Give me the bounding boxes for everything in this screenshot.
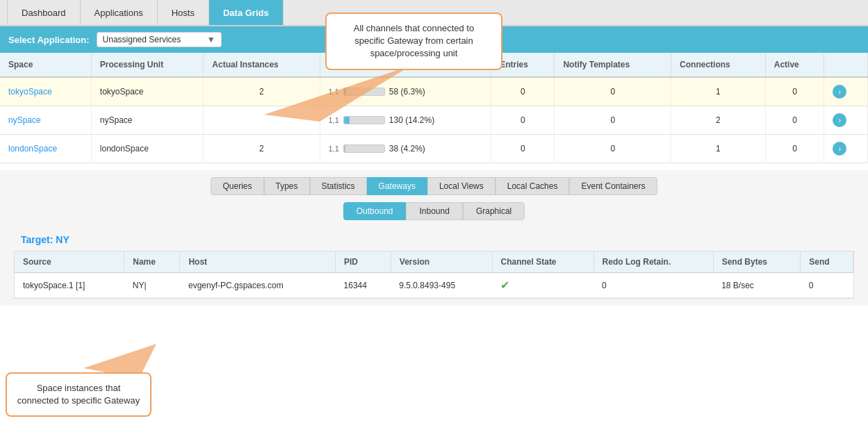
- tab-gateways[interactable]: Gateways: [367, 177, 427, 195]
- page-wrapper: Dashboard Applications Hosts Data Grids …: [0, 0, 868, 439]
- cell-entries: 0: [491, 77, 555, 106]
- cell-processing-unit: tokyoSpace: [91, 77, 204, 106]
- cell-actual-instances: [204, 106, 320, 135]
- gateway-header-row: Source Name Host PID Version Channel Sta…: [15, 251, 853, 273]
- table-row: tokyoSpace tokyoSpace 2 1,1 58 (6.3%) 0: [0, 77, 868, 106]
- cell-total-memory: 1,1 130 (14.2%): [320, 106, 491, 135]
- gcell-pid: 16344: [336, 273, 391, 298]
- gcol-name: Name: [124, 251, 180, 273]
- gcol-redo-log: Redo Log Retain.: [593, 251, 713, 273]
- gcell-host: evgenyf-PC.gspaces.com: [180, 273, 336, 298]
- target-heading: Target: NY: [0, 231, 868, 251]
- cell-notify-templates: 0: [555, 135, 671, 163]
- tab-types[interactable]: Types: [264, 177, 310, 195]
- bottom-callout: Space instances that connected to specif…: [6, 372, 152, 417]
- table-row: londonSpace londonSpace 2 1,1 38 (4.2%) …: [0, 135, 868, 163]
- gcol-version: Version: [391, 251, 492, 273]
- nav-applications[interactable]: Applications: [81, 0, 158, 25]
- nav-hosts[interactable]: Hosts: [158, 0, 209, 25]
- tab-local-views[interactable]: Local Views: [427, 177, 496, 195]
- cell-notify-templates: 0: [555, 106, 671, 135]
- col-action: [824, 53, 868, 77]
- gcell-name: NY|: [124, 273, 180, 298]
- gcell-channel-state: ✔: [492, 273, 593, 298]
- tab-local-caches[interactable]: Local Caches: [496, 177, 570, 195]
- gcol-pid: PID: [336, 251, 391, 273]
- subtab-inbound[interactable]: Inbound: [406, 202, 462, 220]
- gcol-send-bytes: Send Bytes: [713, 251, 801, 273]
- gcell-send: 0: [801, 273, 853, 298]
- cell-active: 0: [765, 77, 824, 106]
- tab-statistics[interactable]: Statistics: [310, 177, 367, 195]
- col-notify-templates: Notify Templates: [555, 53, 671, 77]
- cell-processing-unit: londonSpace: [91, 135, 204, 163]
- gateway-table-wrapper: Source Name Host PID Version Channel Sta…: [14, 251, 854, 299]
- nav-dashboard[interactable]: Dashboard: [7, 0, 81, 25]
- gcell-send-bytes: 18 B/sec: [713, 273, 801, 298]
- tab-bar: Queries Types Statistics Gateways Local …: [0, 177, 868, 195]
- gateway-table-row: tokyoSpace.1 [1] NY| evgenyf-PC.gspaces.…: [15, 273, 853, 298]
- cell-actual-instances: 2: [204, 77, 320, 106]
- tab-queries[interactable]: Queries: [211, 177, 263, 195]
- top-callout: All channels that connected to specific …: [325, 13, 502, 70]
- cell-chevron[interactable]: ›: [824, 77, 868, 106]
- gcell-source: tokyoSpace.1 [1]: [15, 273, 124, 298]
- gateway-table: Source Name Host PID Version Channel Sta…: [15, 251, 853, 298]
- cell-active: 0: [765, 106, 824, 135]
- cell-entries: 0: [491, 106, 555, 135]
- subtab-outbound[interactable]: Outbound: [343, 202, 407, 220]
- cell-total-memory: 1,1 58 (6.3%): [320, 77, 491, 106]
- bottom-callout-text: Space instances that connected to specif…: [17, 383, 140, 406]
- cell-connections: 1: [671, 77, 766, 106]
- bottom-section: Queries Types Statistics Gateways Local …: [0, 170, 868, 306]
- select-app-dropdown[interactable]: Unassigned Services ▼: [97, 32, 222, 47]
- select-app-value: Unassigned Services: [103, 35, 181, 44]
- cell-processing-unit: nySpace: [91, 106, 204, 135]
- cell-connections: 2: [671, 106, 766, 135]
- tab-event-containers[interactable]: Event Containers: [569, 177, 657, 195]
- cell-space: nySpace: [0, 106, 91, 135]
- nav-datagrids[interactable]: Data Grids: [209, 0, 284, 25]
- col-connections: Connections: [671, 53, 766, 77]
- gcell-redo-log: 0: [593, 273, 713, 298]
- cell-chevron[interactable]: ›: [824, 106, 868, 135]
- gcol-send: Send: [801, 251, 853, 273]
- gcol-host: Host: [180, 251, 336, 273]
- gcol-channel-state: Channel State: [492, 251, 593, 273]
- gcell-version: 9.5.0.8493-495: [391, 273, 492, 298]
- sub-tab-bar: Outbound Inbound Graphical: [0, 202, 868, 220]
- table-row: nySpace nySpace 1,1 130 (14.2%) 0 0: [0, 106, 868, 135]
- cell-connections: 1: [671, 135, 766, 163]
- gcol-source: Source: [15, 251, 124, 273]
- select-app-label: Select Application:: [8, 35, 90, 45]
- cell-space: tokyoSpace: [0, 77, 91, 106]
- cell-actual-instances: 2: [204, 135, 320, 163]
- cell-total-memory: 1,1 38 (4.2%): [320, 135, 491, 163]
- col-processing-unit: Processing Unit: [91, 53, 204, 77]
- col-space: Space: [0, 53, 91, 77]
- col-active: Active: [765, 53, 824, 77]
- top-callout-text: All channels that connected to specific …: [354, 23, 474, 58]
- subtab-graphical[interactable]: Graphical: [463, 202, 525, 220]
- cell-notify-templates: 0: [555, 77, 671, 106]
- col-actual-instances: Actual Instances: [204, 53, 320, 77]
- dropdown-arrow-icon: ▼: [207, 35, 215, 44]
- cell-chevron[interactable]: ›: [824, 135, 868, 163]
- cell-entries: 0: [491, 135, 555, 163]
- cell-active: 0: [765, 135, 824, 163]
- cell-space: londonSpace: [0, 135, 91, 163]
